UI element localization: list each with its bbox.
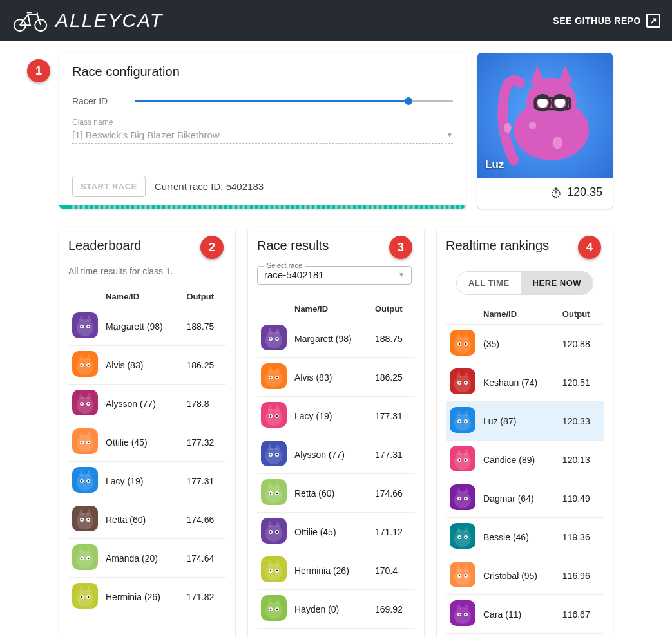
table-row[interactable]: Dagmar (64)119.49 [446,479,604,518]
row-output: 120.33 [559,402,604,441]
leaderboard-table-wrap[interactable]: Name/ID Output Margarett (98)188.75 Alvi… [68,287,226,622]
table-row[interactable]: Keshaun (74)120.51 [446,363,604,402]
table-row[interactable]: Lacy (19)177.31 [68,462,226,500]
start-race-button[interactable]: START RACE [72,176,146,197]
svg-point-89 [265,332,282,348]
col-name: Name/ID [291,299,371,319]
table-row[interactable]: Margarett (98)188.75 [68,307,226,346]
svg-point-6 [537,98,548,108]
row-name: Amanda (20) [102,539,182,578]
table-row[interactable]: Timmothy (69)171.12 [68,616,226,622]
toggle-all-time[interactable]: ALL TIME [457,272,521,294]
table-row[interactable]: Herminia (26)171.82 [68,578,226,616]
avatar-icon [450,368,475,394]
stopwatch-icon [550,187,562,198]
results-table-wrap[interactable]: Name/ID Output Margarett (98)188.75 Alvi… [257,299,415,634]
svg-marker-5 [557,65,572,85]
svg-point-166 [454,414,471,431]
bike-icon [12,9,49,32]
table-row[interactable]: Cristobal (95)116.96 [446,556,604,595]
leaderboard-card: 2 Leaderboard All time results for class… [59,227,235,637]
svg-point-31 [81,365,83,366]
table-row[interactable]: Bessie (46)119.36 [446,518,604,556]
select-race-label: Select race [264,261,305,269]
table-row[interactable]: Hayden (0)169.92 [257,590,415,629]
avatar-icon [72,351,98,377]
svg-point-122 [270,493,272,495]
svg-point-137 [276,570,278,572]
col-name: Name/ID [479,304,559,325]
table-row[interactable]: Hubert (1)115.85 [446,634,604,638]
open-in-new-icon: ↗ [646,14,660,28]
row-output: 120.51 [559,363,604,402]
table-row[interactable]: Ottilie (45)177.32 [68,423,226,462]
chevron-down-icon: ▼ [446,131,453,138]
table-row[interactable]: Alvis (83)186.25 [257,358,415,397]
table-row[interactable]: Sincere (5)166.14 [257,629,415,634]
racer-id-slider[interactable] [135,93,453,109]
table-row[interactable]: (35)120.88 [446,325,604,363]
row-output: 177.31 [182,462,226,500]
topbar: ALLEYCAT SEE GITHUB REPO ↗ [0,0,672,41]
row-output: 177.32 [182,423,226,462]
row-name: Margarett (98) [102,307,182,346]
table-row[interactable]: Herminia (26)170.4 [257,551,415,590]
svg-point-60 [88,519,90,521]
select-race-dropdown[interactable]: Select race race-5402181 ▼ [257,266,412,285]
row-name: Keshaun (74) [479,363,559,402]
svg-point-152 [454,337,471,354]
row-output: 120.13 [559,441,604,479]
table-row[interactable]: Ottilie (45)171.12 [257,513,415,551]
table-row[interactable]: Cara (11)116.67 [446,595,604,634]
row-output: 171.12 [371,513,415,551]
row-output: 177.31 [371,435,415,474]
row-name: Candice (89) [479,441,559,479]
svg-point-116 [276,454,278,456]
svg-marker-174 [456,448,461,455]
table-row[interactable]: Luz (87)120.33 [446,402,604,441]
table-row[interactable]: Lacy (19)177.31 [257,397,415,435]
svg-marker-28 [86,354,91,360]
svg-marker-168 [464,410,469,416]
svg-marker-97 [267,366,273,372]
svg-point-67 [88,558,90,560]
svg-marker-195 [456,564,461,571]
table-row[interactable]: Amanda (20)174.64 [68,539,226,578]
table-row[interactable]: Retta (60)174.66 [257,474,415,513]
svg-marker-90 [267,327,273,334]
class-name-label: Class name [72,118,453,127]
row-output: 171.82 [182,578,226,616]
step-badge-4: 4 [578,236,601,259]
svg-point-130 [276,531,278,533]
avatar-icon [72,428,98,454]
row-name: Margarett (98) [291,319,371,358]
class-name-field[interactable]: Class name [1] Beswick's Big Blazer Bike… [72,118,453,144]
table-row[interactable]: Margarett (98)188.75 [257,319,415,358]
table-row[interactable]: Alysson (77)177.31 [257,435,415,474]
svg-marker-112 [275,443,280,450]
brand: ALLEYCAT [12,9,163,32]
avatar-icon [261,441,287,466]
svg-point-185 [459,498,461,500]
table-row[interactable]: Alysson (77)178.8 [68,385,226,423]
realtime-table-wrap[interactable]: Name/ID Output (35)120.88 Keshaun (74)12… [446,304,604,637]
step-badge-2: 2 [200,236,224,259]
svg-marker-4 [530,65,545,85]
table-row[interactable]: Alvis (83)186.25 [68,346,226,385]
svg-marker-189 [464,526,469,532]
row-output: 174.66 [182,500,226,539]
row-output: 115.85 [559,634,604,638]
github-repo-link[interactable]: SEE GITHUB REPO ↗ [553,14,660,28]
svg-marker-98 [275,366,280,372]
svg-marker-91 [275,327,280,334]
svg-point-144 [276,609,278,611]
table-row[interactable]: Retta (60)174.66 [68,500,226,539]
toggle-here-now[interactable]: HERE NOW [521,272,593,294]
svg-point-199 [459,575,461,577]
row-name: (35) [479,325,559,363]
row-name: Alysson (77) [102,385,182,423]
table-row[interactable]: Candice (89)120.13 [446,441,604,479]
realtime-table: Name/ID Output (35)120.88 Keshaun (74)12… [446,304,604,637]
row-name: Retta (60) [291,474,371,513]
race-config-card: Race configuration Racer ID Class name [… [59,53,466,209]
